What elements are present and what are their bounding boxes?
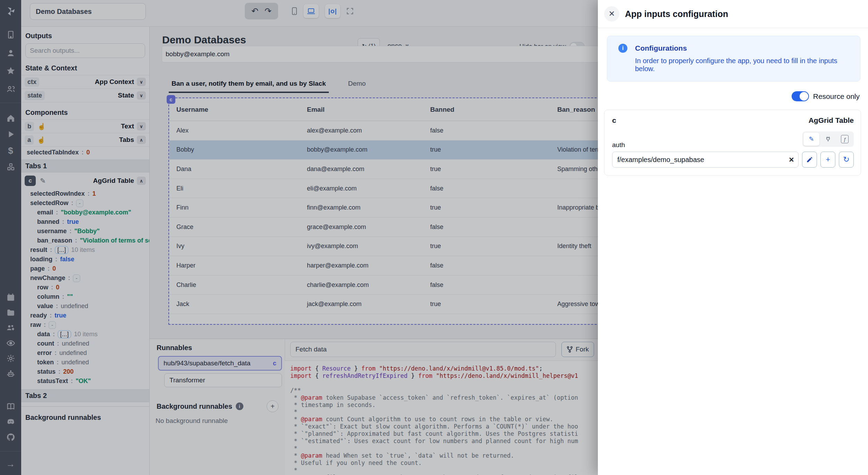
output-node-row[interactable]: b ☝ Text ∨ — [21, 119, 149, 133]
tabs2-section-header[interactable]: Tabs 2 — [21, 389, 149, 402]
property-row[interactable]: error : undefined — [25, 348, 149, 358]
close-icon[interactable]: ✕ — [604, 6, 619, 22]
tab-demo[interactable]: Demo — [345, 77, 369, 93]
chevron-icon[interactable]: ∨ — [137, 122, 146, 130]
redo-icon[interactable]: ↷ — [265, 6, 272, 16]
fullwidth-icon[interactable] — [342, 4, 358, 18]
component-c-badge[interactable]: c — [25, 176, 36, 186]
user-group-icon[interactable] — [0, 83, 21, 95]
gear-icon[interactable] — [0, 353, 21, 364]
add-background-runnable-button[interactable]: + — [267, 400, 278, 412]
chevron-icon[interactable]: ∨ — [137, 91, 146, 100]
tabs1-section-header[interactable]: Tabs 1 — [21, 160, 149, 172]
cell-email: eli@example.com — [300, 185, 423, 192]
property-row[interactable]: banned : true — [25, 217, 149, 227]
property-row[interactable]: statusText : "OK" — [25, 376, 149, 386]
selected-component-badge[interactable]: c — [167, 95, 175, 104]
robot-icon[interactable] — [0, 368, 21, 380]
arrow-right-icon[interactable]: → — [0, 458, 21, 470]
edit-pencil-icon[interactable]: ✎ — [40, 177, 46, 185]
output-node-row[interactable]: ctx App Context ∨ — [21, 75, 149, 88]
app-name-input[interactable] — [30, 3, 146, 20]
chevron-up-icon[interactable]: ∧ — [137, 177, 146, 185]
selected-tab-index-row[interactable]: selectedTabIndex : 0 — [21, 147, 149, 158]
cubes-icon[interactable] — [0, 161, 21, 173]
clear-resource-icon[interactable]: ✕ — [789, 156, 794, 164]
book-icon[interactable] — [0, 400, 21, 412]
github-icon[interactable] — [0, 431, 21, 443]
property-row[interactable]: data : [...] 10 items — [25, 330, 149, 339]
calendar-icon[interactable] — [0, 291, 21, 303]
property-row[interactable]: email : "bobby@example.com" — [25, 208, 149, 217]
add-resource-button[interactable]: + — [820, 152, 835, 168]
discord-icon[interactable] — [0, 416, 21, 427]
property-row[interactable]: column : "" — [25, 292, 149, 302]
center-layout-icon[interactable]: |o| — [325, 4, 340, 18]
eval-mode-fn-icon[interactable]: ƒ — [837, 133, 853, 146]
runnable-component-badge: c — [273, 360, 276, 367]
property-row[interactable]: result : [...] 10 items — [25, 245, 149, 255]
property-row[interactable]: raw : - — [25, 320, 149, 330]
property-value: - — [73, 274, 80, 282]
static-mode-pencil-icon[interactable]: ✎ — [803, 133, 819, 146]
desktop-view-icon[interactable] — [303, 4, 319, 18]
component-type: AgGrid Table — [809, 116, 854, 125]
property-value: 200 — [63, 368, 74, 375]
output-node-row[interactable]: state State ∨ — [21, 88, 149, 102]
mobile-view-icon[interactable] — [287, 4, 302, 18]
column-header[interactable]: Username — [169, 106, 300, 113]
property-row[interactable]: username : "Bobby" — [25, 227, 149, 236]
cell-banned: false — [423, 223, 550, 231]
property-row[interactable]: ready : true — [25, 311, 149, 320]
property-row[interactable]: newChange : - — [25, 273, 149, 283]
play-icon[interactable] — [0, 128, 21, 140]
property-row[interactable]: row : 0 — [25, 283, 149, 292]
eye-icon[interactable] — [0, 337, 21, 349]
runnable-item[interactable]: Transformer — [164, 373, 282, 387]
property-row[interactable]: count : undefined — [25, 339, 149, 348]
user-group-gear-icon[interactable] — [0, 322, 21, 334]
property-value: 0 — [52, 265, 56, 272]
column-header[interactable]: Banned — [423, 106, 550, 113]
runnable-list: hub/943/supabase/fetch_data c Transforme… — [149, 356, 285, 387]
connect-mode-plug-icon[interactable] — [820, 133, 836, 146]
property-row[interactable]: selectedRow : - — [25, 198, 149, 208]
layout-toggle-group: |o| — [325, 3, 358, 19]
home-icon[interactable] — [0, 112, 21, 124]
property-row[interactable]: page : 0 — [25, 264, 149, 273]
property-row[interactable]: loading : false — [25, 255, 149, 264]
star-icon[interactable] — [0, 65, 21, 77]
refresh-resource-button[interactable]: ↻ — [839, 152, 854, 168]
property-row[interactable]: value : undefined — [25, 302, 149, 311]
cell-email: finn@example.com — [300, 204, 423, 211]
fork-button[interactable]: Fork — [561, 342, 594, 357]
column-header[interactable]: Email — [300, 106, 423, 113]
resource-only-toggle[interactable] — [792, 91, 809, 101]
output-node-row[interactable]: a ☝ Tabs ∧ — [21, 133, 149, 147]
windmill-logo-icon[interactable] — [0, 3, 21, 19]
node-key: a — [25, 135, 34, 145]
resource-picker-input[interactable]: f/examples/demo_supabase ✕ — [612, 152, 799, 168]
property-row[interactable]: token : undefined — [25, 358, 149, 367]
edit-resource-button[interactable] — [802, 152, 817, 168]
grid-component-row[interactable]: c ✎ AgGrid Table ∧ — [21, 172, 149, 189]
property-value: false — [60, 256, 74, 263]
runnable-item[interactable]: hub/943/supabase/fetch_data c — [158, 356, 282, 371]
chevron-icon[interactable]: ∧ — [137, 136, 146, 144]
tab-ban-a-user[interactable]: Ban a user, notify them by email, and us… — [169, 77, 329, 93]
script-name-input[interactable] — [290, 342, 556, 357]
property-row[interactable]: ban_reason : "Violation of terms of serv… — [25, 236, 149, 245]
colon: : — [48, 265, 50, 272]
property-value: - — [49, 321, 56, 329]
building-icon[interactable] — [0, 29, 21, 41]
chevron-icon[interactable]: ∨ — [137, 78, 146, 86]
dollar-icon[interactable]: $ — [0, 145, 21, 156]
property-row[interactable]: status : 200 — [25, 367, 149, 376]
property-row[interactable]: selectedRowIndex : 1 — [25, 189, 149, 198]
undo-icon[interactable]: ↶ — [251, 6, 258, 16]
search-outputs-input[interactable] — [25, 43, 145, 58]
folder-icon[interactable] — [0, 307, 21, 319]
cell-username: Finn — [169, 204, 300, 211]
person-icon[interactable] — [0, 47, 21, 59]
property-key: token — [37, 359, 54, 366]
